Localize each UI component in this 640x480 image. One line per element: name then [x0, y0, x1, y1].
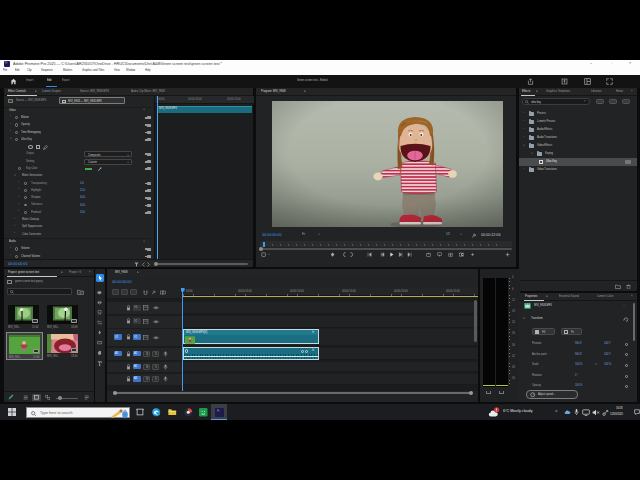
- timeline-toolbar-chip[interactable]: [112, 289, 119, 295]
- track-lane-v2[interactable]: [182, 316, 478, 328]
- track-solo-button[interactable]: S: [152, 376, 159, 382]
- meter-solo-mark[interactable]: [499, 391, 504, 394]
- timeline-video-clip[interactable]: MVI_9808.MP4[V] fx: [183, 329, 319, 344]
- selection-tool-active[interactable]: [96, 274, 104, 282]
- source-clip-chip[interactable]: Source — MVI_9808.MP4: [16, 99, 46, 102]
- green-app-icon[interactable]: [199, 408, 208, 417]
- expander-icon[interactable]: ›: [18, 203, 19, 206]
- expander-icon[interactable]: ›: [14, 218, 15, 221]
- effect-label-channel-volume[interactable]: Channel Volume: [21, 255, 40, 258]
- weather-label[interactable]: 6°C Mostly cloudy: [503, 409, 532, 413]
- effects-filter-badge-icon[interactable]: [622, 99, 630, 105]
- mark-out-icon[interactable]: [349, 252, 354, 257]
- timeline-timecode[interactable]: 00:00:00:00: [112, 280, 131, 284]
- rect-mask-icon[interactable]: [36, 145, 41, 149]
- tray-expand-icon[interactable]: ∧: [555, 409, 558, 413]
- timeline-settings-wrench-icon[interactable]: [151, 290, 156, 295]
- mini-zoom-slider[interactable]: [156, 263, 248, 264]
- tab-lumetri-scopes[interactable]: Lumetri Scopes: [42, 90, 61, 93]
- tree-expander-icon[interactable]: ∨: [531, 152, 533, 155]
- effects-tree-row-audio-effects[interactable]: › Audio Effects: [519, 126, 637, 134]
- add-marker-icon[interactable]: [330, 252, 335, 257]
- close-button[interactable]: ×: [629, 61, 631, 65]
- property-reset-icon[interactable]: [625, 343, 628, 346]
- track-output-eye-icon[interactable]: [153, 335, 159, 341]
- scale-link-icon[interactable]: ⚭: [595, 363, 597, 366]
- start-button-icon[interactable]: [8, 408, 16, 416]
- expander-icon[interactable]: ›: [10, 247, 11, 250]
- weather-cloud-icon[interactable]: [488, 407, 500, 418]
- property-value1-opacity[interactable]: 100 %: [575, 384, 582, 387]
- param-value-pedestal[interactable]: 10.0: [80, 211, 85, 214]
- go-to-out-icon[interactable]: [407, 252, 412, 257]
- home-icon[interactable]: [10, 78, 17, 85]
- tab-libraries[interactable]: Libraries: [591, 90, 601, 93]
- tab-audio-clip-mixer[interactable]: Audio Clip Mixer: MVI_9808: [131, 90, 165, 93]
- connect-tray-icon[interactable]: [602, 409, 609, 417]
- menu-item-view[interactable]: View: [114, 69, 120, 72]
- reset-parameter-icon[interactable]: [147, 167, 151, 170]
- track-solo-button[interactable]: S: [152, 364, 159, 370]
- expander-icon[interactable]: ›: [10, 130, 11, 133]
- tab-graphics-templates[interactable]: Graphics Templates: [546, 90, 570, 93]
- effects-tree-row-lumetri-presets[interactable]: › Lumetri Presets: [519, 118, 637, 126]
- play-icon[interactable]: [389, 252, 394, 257]
- tab-project-2[interactable]: Project: G: [69, 271, 81, 274]
- effect-controls-timecode[interactable]: 00:00:00:00: [8, 262, 27, 266]
- project-search-box[interactable]: [7, 288, 72, 295]
- property-value2-anchor-point[interactable]: 540 Y: [604, 353, 611, 356]
- reset-parameter-icon[interactable]: [147, 204, 151, 207]
- tab-source-monitor[interactable]: Source: MVI_9808.MP4: [80, 90, 109, 93]
- param-value-tolerance[interactable]: 50.0: [80, 204, 85, 207]
- property-reset-icon[interactable]: [625, 375, 628, 378]
- tree-expander-icon[interactable]: ›: [523, 136, 524, 139]
- tree-expander-icon[interactable]: ›: [523, 168, 524, 171]
- extract-icon[interactable]: [437, 252, 442, 257]
- properties-scrollbar[interactable]: [633, 303, 636, 341]
- property-value1-scale[interactable]: 100 %: [575, 363, 582, 366]
- program-scrubber[interactable]: [260, 241, 512, 247]
- tab-program-monitor[interactable]: Program: MVI_9808: [261, 90, 285, 93]
- marker-menu-icon[interactable]: [261, 252, 266, 257]
- pen-tool-icon[interactable]: [97, 330, 102, 335]
- menu-item-window[interactable]: Window: [126, 69, 135, 72]
- tab-effects[interactable]: Effects: [522, 90, 530, 93]
- workspace-tab-export[interactable]: Export: [62, 79, 70, 82]
- expander-icon[interactable]: ∨: [10, 137, 12, 140]
- panel-menu-icon[interactable]: ≡: [536, 90, 538, 93]
- timeline-toolbar-chip[interactable]: [121, 289, 128, 295]
- stopwatch-icon[interactable]: [18, 167, 21, 170]
- minimize-button[interactable]: –: [590, 61, 592, 65]
- effects-search-box[interactable]: ultra key ×: [522, 98, 590, 105]
- stopwatch-icon[interactable]: [24, 211, 27, 214]
- effects-tree-row-presets[interactable]: › Presets: [519, 110, 637, 118]
- timeline-ruler[interactable]: 00:00 00:00:05:00 00:00:10:00 00:00:15:0…: [182, 288, 478, 296]
- tab-overflow-icon[interactable]: »: [631, 295, 632, 298]
- list-view-icon[interactable]: [23, 395, 29, 400]
- tree-expander-icon[interactable]: ›: [523, 120, 524, 123]
- settings-wrench-icon[interactable]: [471, 233, 477, 239]
- tab-overflow-icon[interactable]: »: [631, 90, 632, 93]
- timeline-horizontal-scrollbar[interactable]: [115, 392, 471, 394]
- new-custom-bin-icon[interactable]: [615, 284, 621, 289]
- effects-tree-row-video-transitions[interactable]: › Video Transitions: [519, 166, 637, 174]
- slip-tool-icon[interactable]: [97, 320, 102, 325]
- track-mute-button[interactable]: M: [143, 364, 150, 370]
- sync-lock-icon[interactable]: [143, 335, 149, 341]
- section-collapse-icon[interactable]: ∧: [143, 108, 145, 111]
- adjust-speed-button[interactable]: Adjust speed...: [526, 390, 578, 399]
- expander-icon[interactable]: ›: [10, 115, 11, 118]
- fullscreen-icon[interactable]: [606, 78, 613, 85]
- section-collapse-icon[interactable]: ∧: [143, 240, 145, 243]
- filter-properties-icon[interactable]: [134, 262, 139, 267]
- panel-menu-icon[interactable]: ≡: [546, 295, 548, 298]
- timeline-audio-clip[interactable]: fx: [183, 347, 319, 359]
- track-select-tool-icon[interactable]: [97, 290, 102, 295]
- property-reset-icon[interactable]: [625, 364, 628, 367]
- reset-parameter-icon[interactable]: [147, 153, 151, 156]
- track-target-a3[interactable]: A3: [133, 376, 141, 382]
- effects-tree-row-ultra-key[interactable]: Ultra Key: [519, 158, 637, 166]
- group-label-color-correction[interactable]: Color Correction: [22, 233, 41, 236]
- sync-lock-icon[interactable]: [143, 305, 149, 311]
- quick-export-icon[interactable]: [527, 78, 534, 85]
